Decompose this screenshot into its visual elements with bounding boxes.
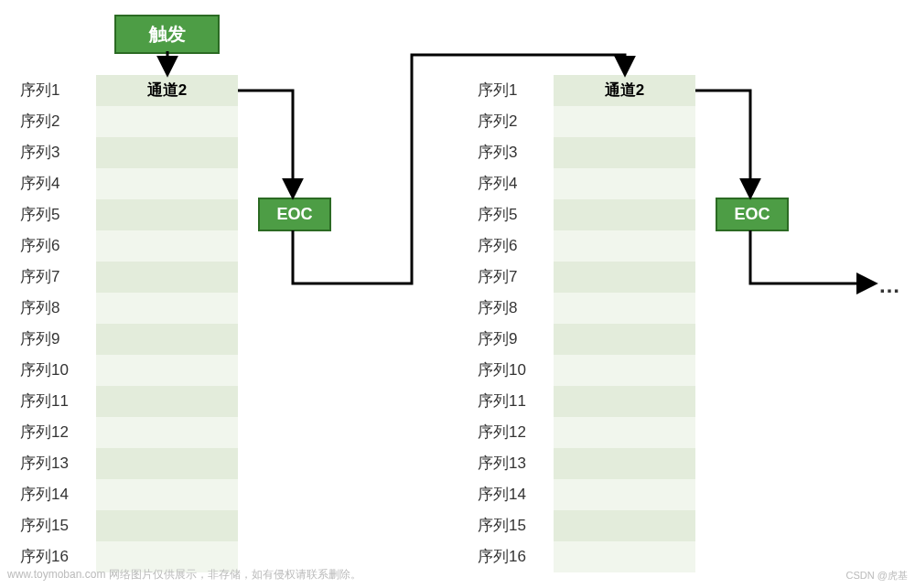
- table-row: [554, 262, 695, 293]
- seq-label: 序列4: [16, 168, 81, 199]
- seq-label: 序列15: [16, 510, 81, 541]
- table-row: [96, 137, 238, 168]
- table-row: [554, 106, 695, 137]
- seq-label: 序列5: [474, 199, 538, 230]
- seq-label: 序列6: [16, 230, 81, 262]
- sequence-labels-block2: 序列1 序列2 序列3 序列4 序列5 序列6 序列7 序列8 序列9 序列10…: [474, 75, 538, 572]
- eoc-box-2: EOC: [716, 198, 789, 231]
- table-row: [96, 386, 238, 417]
- sequence-table-block2: 通道2: [554, 75, 695, 572]
- table-row: [554, 199, 695, 230]
- table-row: [554, 355, 695, 386]
- table-row: [554, 230, 695, 262]
- table-row: 通道2: [554, 75, 695, 106]
- seq-label: 序列12: [474, 417, 538, 448]
- seq-label: 序列7: [16, 262, 81, 293]
- table-row: [96, 355, 238, 386]
- table-row: [96, 106, 238, 137]
- table-row: [554, 510, 695, 541]
- table-row: [96, 199, 238, 230]
- seq-label: 序列14: [474, 479, 538, 510]
- table-row: 通道2: [96, 75, 238, 106]
- seq-label: 序列4: [474, 168, 538, 199]
- ellipsis-icon: …: [878, 273, 902, 298]
- table-row: [96, 479, 238, 510]
- arrow-channel2-to-eoc2: [695, 91, 750, 196]
- seq-label: 序列1: [16, 75, 81, 106]
- table-row: [96, 510, 238, 541]
- table-row: [554, 293, 695, 324]
- seq-label: 序列9: [474, 324, 538, 355]
- seq-label: 序列2: [16, 106, 81, 137]
- arrow-eoc2-to-continue: [750, 230, 874, 283]
- table-row: [96, 324, 238, 355]
- seq-label: 序列8: [16, 293, 81, 324]
- credit-text: CSDN @虎基: [846, 569, 908, 583]
- trigger-box: 触发: [114, 15, 220, 54]
- seq-label: 序列1: [474, 75, 538, 106]
- seq-label: 序列15: [474, 510, 538, 541]
- seq-label: 序列5: [16, 199, 81, 230]
- table-row: [554, 137, 695, 168]
- table-row: [554, 448, 695, 479]
- table-row: [554, 168, 695, 199]
- seq-label: 序列11: [16, 386, 81, 417]
- sequence-labels-block1: 序列1 序列2 序列3 序列4 序列5 序列6 序列7 序列8 序列9 序列10…: [16, 75, 81, 572]
- table-row: [554, 479, 695, 510]
- seq-label: 序列6: [474, 230, 538, 262]
- seq-label: 序列7: [474, 262, 538, 293]
- seq-label: 序列13: [474, 448, 538, 479]
- seq-label: 序列10: [16, 355, 81, 386]
- seq-label: 序列9: [16, 324, 81, 355]
- seq-label: 序列11: [474, 386, 538, 417]
- seq-label: 序列16: [474, 541, 538, 572]
- table-row: [554, 541, 695, 572]
- arrow-channel1-to-eoc1: [238, 91, 293, 196]
- watermark-text: www.toymoban.com 网络图片仅供展示，非存储，如有侵权请联系删除。: [7, 567, 361, 583]
- seq-label: 序列14: [16, 479, 81, 510]
- table-row: [96, 417, 238, 448]
- eoc-box-1: EOC: [258, 198, 331, 231]
- seq-label: 序列8: [474, 293, 538, 324]
- table-row: [96, 230, 238, 262]
- seq-label: 序列2: [474, 106, 538, 137]
- table-row: [554, 417, 695, 448]
- seq-label: 序列12: [16, 417, 81, 448]
- seq-label: 序列3: [474, 137, 538, 168]
- seq-label: 序列10: [474, 355, 538, 386]
- table-row: [554, 386, 695, 417]
- table-row: [96, 293, 238, 324]
- seq-label: 序列13: [16, 448, 81, 479]
- seq-label: 序列3: [16, 137, 81, 168]
- table-row: [96, 448, 238, 479]
- table-row: [96, 262, 238, 293]
- sequence-table-block1: 通道2: [96, 75, 238, 572]
- table-row: [554, 324, 695, 355]
- table-row: [96, 168, 238, 199]
